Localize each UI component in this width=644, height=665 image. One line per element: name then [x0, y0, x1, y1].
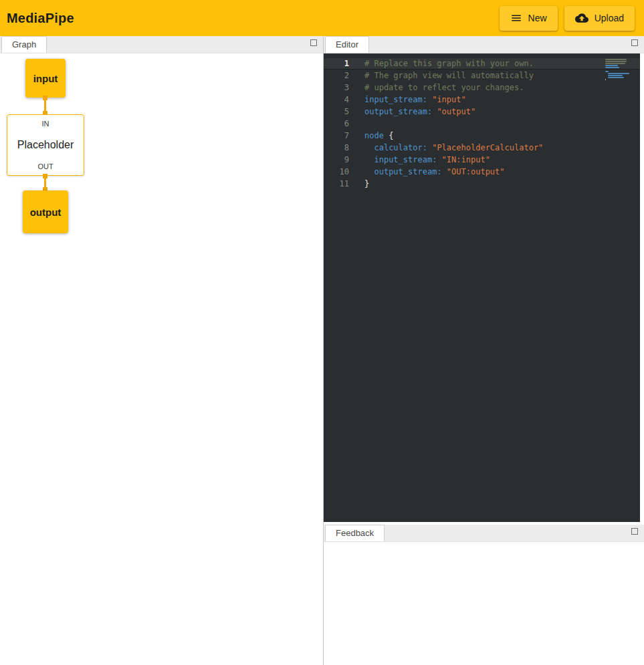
code-text: input_stream: "input" [358, 94, 466, 106]
code-text: # Replace this graph with your own. [358, 57, 534, 70]
code-line[interactable]: 7node { [324, 130, 640, 142]
feedback-tabstrip: Feedback [324, 525, 644, 542]
line-number: 8 [324, 142, 358, 154]
feedback-maximize-icon[interactable] [631, 528, 638, 535]
minimap-line [605, 67, 619, 68]
line-number: 11 [324, 178, 358, 190]
line-number: 9 [324, 154, 358, 166]
tab-graph[interactable]: Graph [1, 36, 47, 53]
edge-input-to-placeholder [44, 96, 46, 116]
minimap-line [605, 61, 627, 62]
in-port-label: IN [42, 120, 49, 128]
graph-tabstrip: Graph [0, 36, 323, 53]
minimap-line [605, 65, 618, 66]
graph-canvas[interactable]: input IN Placeholder OUT output [0, 53, 323, 665]
minimap-line [608, 75, 623, 76]
new-button[interactable]: New [500, 6, 558, 31]
code-text [358, 118, 364, 130]
menu-lines-icon [510, 12, 522, 24]
feedback-panel: Feedback [324, 525, 644, 665]
minimap-line [608, 73, 629, 74]
code-line[interactable]: 10 output_stream: "OUT:output" [324, 166, 640, 178]
input-node-label: input [33, 73, 58, 84]
input-node[interactable]: input [25, 59, 66, 98]
tab-feedback[interactable]: Feedback [325, 525, 385, 541]
minimap-line [605, 79, 606, 80]
cloud-upload-icon [575, 11, 588, 25]
upload-button-label: Upload [595, 13, 624, 23]
code-line[interactable]: 9 input_stream: "IN:input" [324, 154, 640, 166]
code-line[interactable]: 11} [324, 178, 640, 190]
line-number: 5 [324, 106, 358, 118]
graph-panel: Graph input IN Placeholder OUT output [0, 36, 324, 665]
line-number: 4 [324, 94, 358, 106]
minimap-line [605, 71, 609, 72]
out-port-label: OUT [37, 162, 53, 170]
app-title: MediaPipe [7, 11, 74, 26]
editor-body[interactable]: 1# Replace this graph with your own.2# T… [324, 53, 640, 522]
code-text: # The graph view will automatically [358, 70, 534, 82]
line-number: 6 [324, 118, 358, 130]
line-number: 1 [324, 57, 358, 70]
new-button-label: New [528, 13, 547, 23]
code-text: } [358, 178, 369, 190]
editor-panel: Editor 1# Replace this graph with your o… [324, 36, 644, 522]
code-text: output_stream: "OUT:output" [358, 166, 505, 178]
code-line[interactable]: 3# update to reflect your changes. [324, 82, 640, 94]
line-number: 7 [324, 130, 358, 142]
main-area: Graph input IN Placeholder OUT output Ed… [0, 36, 644, 665]
code-text: output_stream: "output" [358, 106, 475, 118]
minimap-line [605, 59, 627, 60]
placeholder-node-title: Placeholder [17, 139, 74, 151]
line-number: 10 [324, 166, 358, 178]
code-text: node { [358, 130, 393, 142]
feedback-body [324, 542, 644, 665]
code-text: calculator: "PlaceholderCalculator" [358, 142, 543, 154]
app-header: MediaPipe New Upload [0, 0, 644, 36]
output-node-label: output [30, 207, 62, 218]
editor-lines: 1# Replace this graph with your own.2# T… [324, 57, 640, 190]
right-column: Editor 1# Replace this graph with your o… [324, 36, 644, 665]
minimap[interactable] [605, 59, 632, 81]
editor-maximize-icon[interactable] [631, 39, 638, 46]
line-number: 2 [324, 70, 358, 82]
graph-maximize-icon[interactable] [310, 39, 317, 46]
minimap-line [605, 63, 625, 64]
code-line[interactable]: 8 calculator: "PlaceholderCalculator" [324, 142, 640, 154]
output-node[interactable]: output [23, 190, 68, 233]
code-line[interactable]: 1# Replace this graph with your own. [324, 57, 640, 70]
code-line[interactable]: 5output_stream: "output" [324, 106, 640, 118]
edge-placeholder-to-output [44, 174, 46, 192]
code-line[interactable]: 6 [324, 118, 640, 130]
code-text: # update to reflect your changes. [358, 82, 524, 94]
code-line[interactable]: 2# The graph view will automatically [324, 70, 640, 82]
editor-tabstrip: Editor [324, 36, 644, 53]
upload-button[interactable]: Upload [564, 6, 635, 31]
minimap-line [608, 77, 624, 78]
placeholder-node[interactable]: IN Placeholder OUT [7, 114, 84, 176]
tab-editor[interactable]: Editor [325, 36, 369, 53]
line-number: 3 [324, 82, 358, 94]
code-line[interactable]: 4input_stream: "input" [324, 94, 640, 106]
code-text: input_stream: "IN:input" [358, 154, 490, 166]
